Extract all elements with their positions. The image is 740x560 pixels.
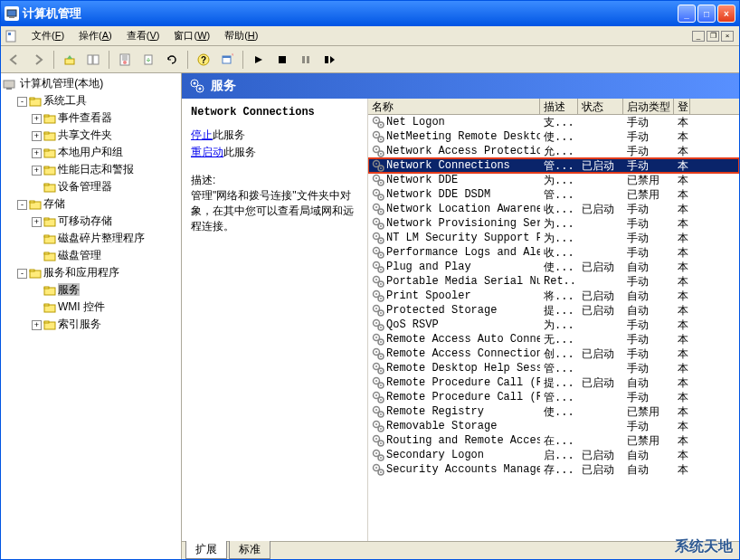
tree-node[interactable]: +索引服务 xyxy=(3,316,179,333)
col-description[interactable]: 描述 xyxy=(540,99,578,114)
service-row[interactable]: Remote Access Connection...创...已启动手动本 xyxy=(368,346,739,361)
svg-point-8 xyxy=(123,61,127,64)
service-row[interactable]: Plug and Play使...已启动自动本 xyxy=(368,260,739,274)
service-row[interactable]: Remote Procedure Call (R...管...手动本 xyxy=(368,390,739,404)
restart-service-link[interactable]: 重启动 xyxy=(191,146,223,158)
expand-icon[interactable]: + xyxy=(32,131,42,141)
tree-node[interactable]: +本地用户和组 xyxy=(3,144,179,161)
export-button[interactable] xyxy=(138,50,158,70)
service-name-cell: Remote Procedure Call (R... xyxy=(386,391,540,403)
tree-node[interactable]: +可移动存储 xyxy=(3,213,179,230)
expand-icon[interactable]: + xyxy=(32,217,42,227)
expand-icon[interactable]: - xyxy=(17,200,27,210)
mdi-restore[interactable]: ❐ xyxy=(707,31,719,42)
help-button[interactable]: ? xyxy=(194,50,213,70)
service-icon xyxy=(372,232,384,244)
expand-icon[interactable]: - xyxy=(17,269,27,279)
service-row[interactable]: Print Spooler将...已启动自动本 xyxy=(368,289,739,303)
tree-panel[interactable]: 计算机管理(本地) -系统工具+事件查看器+共享文件夹+本地用户和组+性能日志和… xyxy=(1,73,182,559)
up-button[interactable] xyxy=(60,50,80,70)
tree-node[interactable]: 服务 xyxy=(3,281,179,299)
service-row[interactable]: Network Connections管...已启动手动本 xyxy=(368,158,739,173)
expand-icon[interactable]: + xyxy=(32,320,42,330)
back-button[interactable] xyxy=(5,50,24,70)
restart-service-button[interactable] xyxy=(319,50,339,70)
service-row[interactable]: Network Location Awarene...收...已启动手动本 xyxy=(368,202,739,216)
service-row[interactable]: Network Access Protectio...允...手动本 xyxy=(368,144,739,158)
col-logon[interactable]: 登 xyxy=(674,99,690,114)
service-row[interactable]: Remote Desktop Help Sess...管...手动本 xyxy=(368,361,739,375)
expand-icon[interactable]: + xyxy=(32,148,42,158)
expand-icon[interactable]: + xyxy=(32,114,42,124)
tree-node[interactable]: +共享文件夹 xyxy=(3,127,179,144)
tab-extended[interactable]: 扩展 xyxy=(185,541,227,559)
service-row[interactable]: NetMeeting Remote Deskto...使...手动本 xyxy=(368,129,739,144)
menu-file[interactable]: 文件(F) xyxy=(24,27,71,44)
service-logon-cell: 本 xyxy=(674,129,690,145)
properties-button[interactable] xyxy=(115,50,135,70)
tree-node[interactable]: 磁盘碎片整理程序 xyxy=(3,230,179,247)
menu-view[interactable]: 查看(V) xyxy=(119,27,167,44)
tree-node[interactable]: +性能日志和警报 xyxy=(3,161,179,178)
service-row[interactable]: Protected Storage提...已启动自动本 xyxy=(368,303,739,318)
service-row[interactable]: Security Accounts Manager存...已启动自动本 xyxy=(368,462,739,477)
titlebar[interactable]: 计算机管理 _ □ × xyxy=(1,1,739,26)
col-status[interactable]: 状态 xyxy=(578,99,623,114)
tree-node[interactable]: 磁盘管理 xyxy=(3,247,179,264)
list-body[interactable]: Net Logon支...手动本NetMeeting Remote Deskto… xyxy=(368,115,739,541)
service-row[interactable]: Network Provisioning Ser...为...手动本 xyxy=(368,216,739,231)
service-row[interactable]: Remote Registry使...已禁用本 xyxy=(368,404,739,419)
mdi-controls: _ ❐ × xyxy=(692,31,734,42)
refresh-button[interactable] xyxy=(162,50,182,70)
tree-node[interactable]: +事件查看器 xyxy=(3,109,179,127)
stop-service-link[interactable]: 停止 xyxy=(191,128,213,141)
service-row[interactable]: Remote Access Auto Conne...无...手动本 xyxy=(368,332,739,346)
service-row[interactable]: NT LM Security Support P...为...手动本 xyxy=(368,231,739,245)
start-service-button[interactable] xyxy=(249,50,269,70)
service-row[interactable]: Secondary Logon启...已启动自动本 xyxy=(368,448,739,462)
menu-window[interactable]: 窗口(W) xyxy=(166,27,217,44)
tree-node[interactable]: WMI 控件 xyxy=(3,299,179,316)
content-header: 服务 xyxy=(182,73,739,99)
forward-button[interactable] xyxy=(28,50,48,70)
close-button[interactable]: × xyxy=(717,5,735,23)
expand-icon[interactable]: + xyxy=(32,166,42,176)
service-row[interactable]: Removable Storage手动本 xyxy=(368,419,739,433)
service-logon-cell: 本 xyxy=(674,115,690,130)
stop-service-button[interactable] xyxy=(272,50,292,70)
expand-icon[interactable]: - xyxy=(17,97,27,107)
service-row[interactable]: Performance Logs and Alerts收...手动本 xyxy=(368,245,739,260)
tree-node[interactable]: -服务和应用程序 xyxy=(3,264,179,281)
tab-standard[interactable]: 标准 xyxy=(229,541,270,559)
service-row[interactable]: Net Logon支...手动本 xyxy=(368,115,739,129)
main-window: 计算机管理 _ □ × 文件(F) 操作(A) 查看(V) 窗口(W) 帮助(H… xyxy=(0,0,740,560)
service-icon xyxy=(372,116,384,128)
mdi-minimize[interactable]: _ xyxy=(692,31,705,42)
service-row[interactable]: Portable Media Serial Nu...Ret...手动本 xyxy=(368,274,739,289)
col-startup[interactable]: 启动类型 xyxy=(623,99,674,114)
new-window-button[interactable] xyxy=(217,50,237,70)
service-name: Network Connections xyxy=(191,106,358,119)
service-row[interactable]: QoS RSVP为...手动本 xyxy=(368,318,739,332)
tree-node[interactable]: -存储 xyxy=(3,195,179,213)
col-name[interactable]: 名称 xyxy=(368,99,540,114)
tree-root[interactable]: 计算机管理(本地) xyxy=(3,75,179,92)
service-name-cell: Remote Access Connection... xyxy=(386,347,540,360)
service-row[interactable]: Remote Procedure Call (RPC)提...已启动自动本 xyxy=(368,375,739,390)
tree-node[interactable]: 设备管理器 xyxy=(3,178,179,195)
minimize-button[interactable]: _ xyxy=(678,5,696,23)
tree-node[interactable]: -系统工具 xyxy=(3,92,179,109)
menu-help[interactable]: 帮助(H) xyxy=(217,27,265,44)
service-row[interactable]: Network DDE DSDM管...已禁用本 xyxy=(368,187,739,202)
mdi-close[interactable]: × xyxy=(721,31,734,42)
service-icon xyxy=(372,174,384,186)
menu-action[interactable]: 操作(A) xyxy=(71,27,119,44)
pause-service-button[interactable] xyxy=(296,50,316,70)
maximize-button[interactable]: □ xyxy=(697,5,716,23)
show-hide-tree-button[interactable] xyxy=(83,50,103,70)
svg-point-127 xyxy=(380,384,382,386)
svg-point-114 xyxy=(375,337,377,338)
service-row[interactable]: Network DDE为...已禁用本 xyxy=(368,173,739,187)
service-row[interactable]: Routing and Remote Access在...已禁用本 xyxy=(368,433,739,448)
service-logon-cell: 本 xyxy=(674,144,690,159)
